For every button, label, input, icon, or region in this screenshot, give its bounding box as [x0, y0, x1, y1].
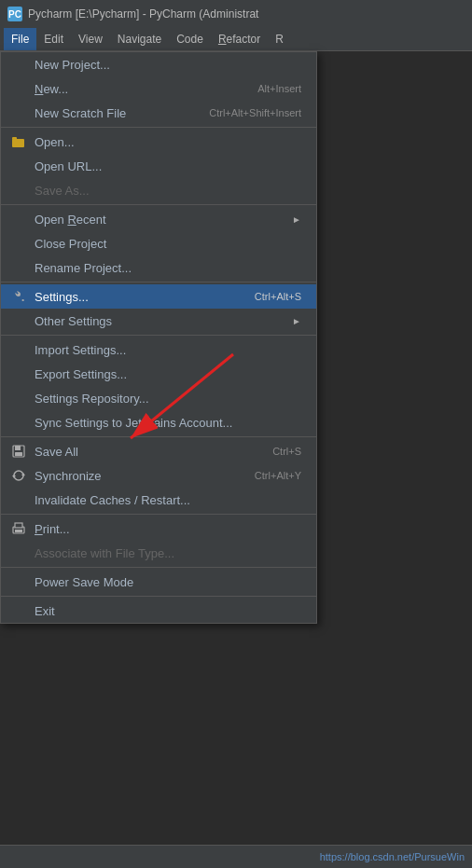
menu-bar-navigate[interactable]: Navigate [110, 28, 169, 50]
menu-item-sync-settings-label: Sync Settings to JetBrains Account... [35, 416, 301, 430]
separator-6 [1, 514, 316, 515]
menu-item-settings-label: Settings... [35, 290, 236, 304]
status-bar-url: https://blog.csdn.net/PursueWin [320, 851, 465, 862]
title-bar-text: Pycharm [E:\Pycharm] - PyCharm (Administ… [28, 7, 258, 21]
menu-item-new-project-label: New Project... [35, 58, 301, 72]
menu-item-open-url-label: Open URL... [35, 159, 301, 173]
menu-item-new-scratch-shortcut: Ctrl+Alt+Shift+Insert [209, 107, 301, 118]
menu-item-new-project[interactable]: New Project... [1, 52, 316, 76]
menu-item-open[interactable]: Open... [1, 130, 316, 154]
menu-item-close-project-label: Close Project [35, 237, 301, 251]
menu-item-exit[interactable]: Exit [1, 599, 316, 623]
menu-bar-view[interactable]: View [71, 28, 110, 50]
menu-item-rename-project[interactable]: Rename Project... [1, 255, 316, 280]
menu-item-other-settings[interactable]: Other Settings ► [1, 309, 316, 333]
menu-item-open-recent-label: Open Recent [35, 213, 283, 227]
menu-item-invalidate-caches-label: Invalidate Caches / Restart... [35, 493, 301, 507]
menu-item-close-project[interactable]: Close Project [1, 231, 316, 255]
separator-4 [1, 335, 316, 336]
separator-8 [1, 596, 316, 597]
menu-item-new[interactable]: New... Alt+Insert [1, 76, 316, 101]
menu-item-settings-repo[interactable]: Settings Repository... [1, 386, 316, 410]
app-icon: PC [7, 7, 22, 21]
menu-item-settings[interactable]: Settings... Ctrl+Alt+S [1, 284, 316, 309]
separator-7 [1, 567, 316, 568]
menu-item-save-all-label: Save All [35, 445, 254, 459]
menu-item-open-url[interactable]: Open URL... [1, 154, 316, 178]
svg-rect-5 [15, 452, 22, 456]
title-bar: PC Pycharm [E:\Pycharm] - PyCharm (Admin… [0, 0, 472, 28]
separator-1 [1, 127, 316, 128]
menu-item-rename-project-label: Rename Project... [35, 261, 301, 275]
menu-item-settings-shortcut: Ctrl+Alt+S [255, 291, 301, 302]
open-recent-arrow-icon: ► [292, 214, 301, 225]
sync-icon [10, 467, 27, 484]
menu-item-synchronize-shortcut: Ctrl+Alt+Y [255, 470, 301, 481]
menu-item-synchronize-label: Synchronize [35, 469, 236, 483]
menu-item-invalidate-caches[interactable]: Invalidate Caches / Restart... [1, 488, 316, 512]
menu-item-import-settings-label: Import Settings... [35, 343, 301, 357]
menu-item-import-settings[interactable]: Import Settings... [1, 338, 316, 362]
svg-rect-4 [15, 446, 21, 450]
menu-bar: File Edit View Navigate Code Refactor R [0, 28, 472, 51]
wrench-icon [10, 288, 27, 305]
menu-item-print-label: Print... [35, 522, 301, 536]
menu-item-power-save[interactable]: Power Save Mode [1, 570, 316, 594]
menu-item-other-settings-label: Other Settings [35, 314, 283, 328]
print-icon [10, 520, 27, 537]
menu-item-save-all[interactable]: Save All Ctrl+S [1, 439, 316, 463]
folder-icon [10, 133, 27, 150]
status-bar: https://blog.csdn.net/PursueWin [0, 845, 472, 868]
menu-item-save-as: Save As... [1, 178, 316, 202]
menu-item-open-recent[interactable]: Open Recent ► [1, 207, 316, 231]
separator-3 [1, 282, 316, 282]
menu-bar-r[interactable]: R [268, 28, 291, 50]
menu-item-exit-label: Exit [35, 604, 301, 618]
menu-item-export-settings-label: Export Settings... [35, 367, 301, 381]
svg-rect-10 [15, 530, 22, 532]
other-settings-arrow-icon: ► [292, 316, 301, 326]
menu-item-new-scratch[interactable]: New Scratch File Ctrl+Alt+Shift+Insert [1, 101, 316, 125]
menu-item-open-label: Open... [35, 135, 301, 149]
menu-bar-file[interactable]: File [4, 28, 36, 50]
svg-rect-0 [12, 139, 24, 147]
menu-item-export-settings[interactable]: Export Settings... [1, 362, 316, 386]
menu-item-power-save-label: Power Save Mode [35, 575, 301, 589]
menu-item-save-as-label: Save As... [35, 184, 301, 198]
file-dropdown-menu: New Project... New... Alt+Insert New Scr… [0, 51, 317, 624]
menu-item-save-all-shortcut: Ctrl+S [272, 446, 301, 457]
separator-2 [1, 204, 316, 205]
svg-point-2 [22, 299, 24, 301]
menu-bar-refactor[interactable]: Refactor [211, 28, 268, 50]
menu-item-new-scratch-label: New Scratch File [35, 106, 190, 120]
svg-rect-1 [12, 137, 17, 140]
svg-rect-9 [15, 523, 22, 528]
menu-item-new-label: New... [35, 82, 239, 96]
menu-item-synchronize[interactable]: Synchronize Ctrl+Alt+Y [1, 463, 316, 488]
separator-5 [1, 436, 316, 437]
menu-item-settings-repo-label: Settings Repository... [35, 392, 301, 406]
menu-item-associate-file: Associate with File Type... [1, 541, 316, 565]
menu-item-associate-file-label: Associate with File Type... [35, 546, 301, 560]
menu-item-new-shortcut: Alt+Insert [257, 83, 301, 94]
menu-bar-code[interactable]: Code [169, 28, 211, 50]
menu-bar-edit[interactable]: Edit [36, 28, 71, 50]
menu-item-sync-settings[interactable]: Sync Settings to JetBrains Account... [1, 410, 316, 434]
menu-item-print[interactable]: Print... [1, 517, 316, 541]
save-icon [10, 443, 27, 460]
